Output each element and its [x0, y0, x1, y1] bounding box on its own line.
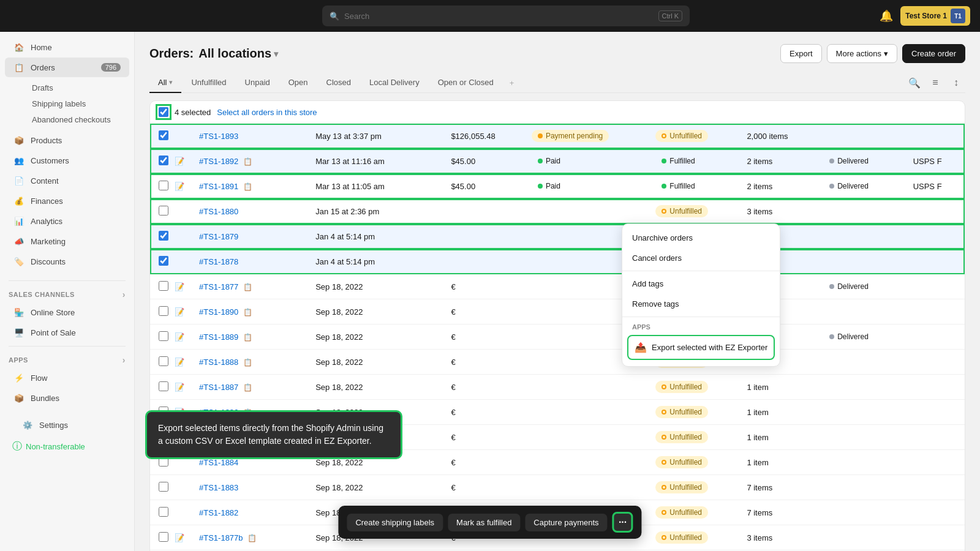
row-checkbox[interactable] [159, 381, 168, 391]
capture-payments-button[interactable]: Capture payments [525, 514, 607, 531]
row-checkbox[interactable] [159, 231, 168, 241]
row-checkbox[interactable] [159, 306, 168, 316]
sidebar-item-shipping-labels[interactable]: Shipping labels [26, 96, 129, 111]
sidebar-item-settings[interactable]: ⚙️ Settings [13, 415, 121, 435]
tab-unfulfilled[interactable]: Unfulfilled [183, 73, 235, 93]
order-customer-cell [420, 124, 443, 149]
order-link[interactable]: #TS1-1877 [199, 282, 238, 291]
order-link[interactable]: #TS1-1891 [199, 182, 238, 191]
row-checkbox[interactable] [159, 206, 168, 216]
order-link[interactable]: #TS1-1883 [199, 483, 238, 492]
context-menu-ez-exporter[interactable]: 📤 Export selected with EZ Exporter [627, 335, 775, 360]
context-menu-remove-tags[interactable]: Remove tags [622, 294, 780, 314]
sidebar-item-home[interactable]: 🏠 Home [5, 37, 129, 57]
sort-icon[interactable]: ↕ [947, 73, 965, 92]
tab-add-button[interactable]: + [503, 73, 521, 92]
sidebar-item-finances[interactable]: 💰 Finances [5, 191, 129, 211]
search-filter-icon[interactable]: 🔍 [905, 73, 924, 92]
order-delivery-cell [815, 375, 904, 400]
order-link[interactable]: #TS1-1888 [199, 358, 238, 367]
row-checkbox[interactable] [159, 156, 168, 165]
sidebar-item-products[interactable]: 📦 Products [5, 130, 129, 150]
notification-icon[interactable]: 🔔 [880, 9, 893, 23]
sidebar-item-analytics[interactable]: 📊 Analytics [5, 211, 129, 231]
order-link[interactable]: #TS1-1882 [199, 508, 238, 517]
bundles-icon: 📦 [13, 392, 24, 403]
row-action-cell [288, 224, 307, 249]
table-row: #TS1-1879 Jan 4 at 5:14 pm Unfulfilled 1… [150, 224, 965, 249]
create-order-button[interactable]: Create order [902, 44, 965, 63]
order-date-cell: Sep 18, 2022 [307, 375, 420, 400]
sidebar-item-drafts[interactable]: Drafts [26, 80, 129, 96]
sidebar-item-flow[interactable]: ⚡ Flow [5, 368, 129, 388]
tab-unpaid[interactable]: Unpaid [236, 73, 279, 93]
order-link[interactable]: #TS1-1880 [199, 207, 238, 216]
fulfillment-badge: Unfulfilled [655, 381, 708, 393]
export-button[interactable]: Export [780, 44, 822, 63]
delivery-badge: Delivered [823, 331, 875, 343]
table-toolbar: 4 selected Select all orders in this sto… [150, 101, 965, 124]
order-link[interactable]: #TS1-1879 [199, 232, 238, 241]
row-checkbox[interactable] [159, 130, 168, 140]
sidebar-item-bundles[interactable]: 📦 Bundles [5, 388, 129, 408]
row-checkbox[interactable] [159, 507, 168, 517]
tab-closed[interactable]: Closed [318, 73, 360, 93]
row-checkbox[interactable] [159, 356, 168, 366]
order-link[interactable]: #TS1-1893 [199, 132, 238, 141]
order-total-cell: € [442, 274, 522, 299]
sidebar-item-online-store[interactable]: 🏪 Online Store [5, 302, 129, 322]
tab-all[interactable]: All ▾ [149, 73, 181, 93]
sidebar-item-customers[interactable]: 👥 Customers [5, 151, 129, 170]
context-menu-unarchive[interactable]: Unarchive orders [622, 228, 780, 248]
location-dropdown[interactable]: All locations ▾ [198, 47, 278, 61]
more-actions-button[interactable]: More actions ▾ [827, 44, 897, 63]
sidebar-item-marketing[interactable]: 📣 Marketing [5, 231, 129, 251]
row-checkbox[interactable] [159, 532, 168, 542]
sidebar-item-abandoned-checkouts[interactable]: Abandoned checkouts [26, 112, 129, 127]
expand-apps-icon[interactable]: › [123, 355, 126, 365]
search-shortcut: Ctrl K [658, 10, 683, 21]
order-link[interactable]: #TS1-1889 [199, 332, 238, 342]
row-checkbox[interactable] [159, 281, 168, 291]
row-checkbox[interactable] [159, 331, 168, 341]
store-selector[interactable]: Test Store 1 T1 [900, 6, 970, 26]
non-transferable-item[interactable]: ⓘ Non-transferable [9, 435, 126, 458]
row-checkbox-cell [150, 350, 172, 375]
order-items-cell: 2,000 items [738, 124, 815, 149]
filter-icon[interactable]: ≡ [926, 73, 944, 92]
row-note-cell: 📝 [172, 350, 190, 375]
row-checkbox[interactable] [159, 482, 168, 492]
context-menu-cancel[interactable]: Cancel orders [622, 248, 780, 268]
row-checkbox-cell [150, 249, 172, 274]
create-shipping-labels-button[interactable]: Create shipping labels [347, 514, 443, 531]
order-carrier-cell: USPS F [905, 149, 965, 174]
sidebar-item-content[interactable]: 📄 Content [5, 171, 129, 190]
search-input[interactable] [344, 12, 654, 21]
expand-icon[interactable]: › [123, 290, 126, 299]
row-checkbox-cell [150, 475, 172, 500]
row-checkbox[interactable] [159, 181, 168, 190]
order-link[interactable]: #TS1-1887 [199, 383, 238, 392]
selection-info: 4 selected Select all orders in this sto… [159, 107, 317, 117]
row-note-cell: 📝 [172, 274, 190, 299]
select-all-link[interactable]: Select all orders in this store [217, 108, 317, 117]
tab-open[interactable]: Open [280, 73, 317, 93]
search-bar[interactable]: 🔍 Ctrl K [322, 6, 690, 26]
order-link[interactable]: #TS1-1890 [199, 307, 238, 317]
order-link[interactable]: #TS1-1877b [199, 533, 243, 542]
sidebar-item-discounts[interactable]: 🏷️ Discounts [5, 252, 129, 271]
select-all-checkbox[interactable] [159, 107, 168, 117]
mark-as-fulfilled-button[interactable]: Mark as fulfilled [448, 514, 520, 531]
context-menu-divider-2 [622, 317, 780, 317]
tab-open-or-closed[interactable]: Open or Closed [429, 73, 502, 93]
tab-local-delivery[interactable]: Local Delivery [361, 73, 428, 93]
store-name: Test Store 1 [905, 12, 947, 20]
more-actions-bottom-button[interactable]: ··· [612, 512, 633, 533]
sidebar-item-orders[interactable]: 📋 Orders 796 [5, 58, 129, 77]
delivered-dot [829, 284, 834, 289]
context-menu-add-tags[interactable]: Add tags [622, 274, 780, 294]
row-checkbox[interactable] [159, 256, 168, 266]
order-link[interactable]: #TS1-1878 [199, 257, 238, 266]
order-link[interactable]: #TS1-1892 [199, 157, 238, 166]
sidebar-item-pos[interactable]: 🖥️ Point of Sale [5, 323, 129, 342]
